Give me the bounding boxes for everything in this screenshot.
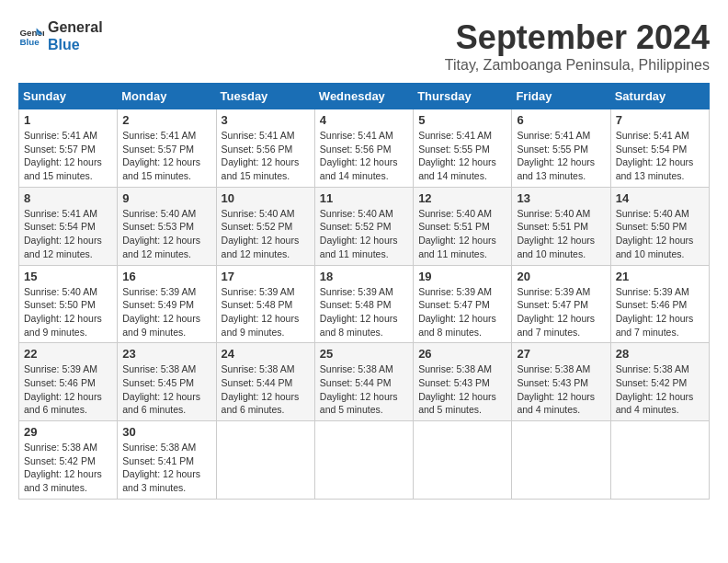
day-detail: Sunrise: 5:41 AMSunset: 5:54 PMDaylight:… bbox=[24, 208, 102, 259]
calendar-cell: 13 Sunrise: 5:40 AMSunset: 5:51 PMDaylig… bbox=[512, 187, 610, 265]
logo: General Blue General Blue bbox=[18, 18, 103, 53]
calendar-cell bbox=[610, 421, 709, 500]
calendar-cell: 15 Sunrise: 5:40 AMSunset: 5:50 PMDaylig… bbox=[19, 265, 118, 343]
day-detail: Sunrise: 5:41 AMSunset: 5:55 PMDaylight:… bbox=[418, 130, 496, 181]
calendar-cell: 19 Sunrise: 5:39 AMSunset: 5:47 PMDaylig… bbox=[414, 265, 512, 343]
day-detail: Sunrise: 5:40 AMSunset: 5:50 PMDaylight:… bbox=[616, 208, 694, 259]
calendar-cell: 6 Sunrise: 5:41 AMSunset: 5:55 PMDayligh… bbox=[512, 109, 610, 188]
calendar-cell bbox=[314, 421, 413, 500]
day-number: 21 bbox=[616, 270, 704, 283]
day-detail: Sunrise: 5:38 AMSunset: 5:44 PMDaylight:… bbox=[320, 363, 398, 415]
weekday-header-friday: Friday bbox=[512, 84, 610, 109]
calendar-week-1: 1 Sunrise: 5:41 AMSunset: 5:57 PMDayligh… bbox=[19, 109, 710, 188]
calendar-cell: 29 Sunrise: 5:38 AMSunset: 5:42 PMDaylig… bbox=[19, 421, 118, 500]
calendar-cell: 11 Sunrise: 5:40 AMSunset: 5:52 PMDaylig… bbox=[314, 187, 413, 265]
day-detail: Sunrise: 5:39 AMSunset: 5:46 PMDaylight:… bbox=[24, 363, 102, 415]
day-detail: Sunrise: 5:41 AMSunset: 5:56 PMDaylight:… bbox=[320, 130, 398, 181]
calendar-cell: 26 Sunrise: 5:38 AMSunset: 5:43 PMDaylig… bbox=[414, 343, 512, 421]
calendar-cell: 22 Sunrise: 5:39 AMSunset: 5:46 PMDaylig… bbox=[19, 343, 118, 421]
day-number: 24 bbox=[222, 347, 310, 361]
day-detail: Sunrise: 5:39 AMSunset: 5:48 PMDaylight:… bbox=[320, 286, 398, 338]
weekday-header-sunday: Sunday bbox=[19, 84, 118, 109]
calendar-week-5: 29 Sunrise: 5:38 AMSunset: 5:42 PMDaylig… bbox=[19, 421, 710, 500]
weekday-header-saturday: Saturday bbox=[610, 84, 709, 109]
day-number: 11 bbox=[320, 191, 408, 205]
day-number: 4 bbox=[320, 113, 408, 127]
day-detail: Sunrise: 5:39 AMSunset: 5:47 PMDaylight:… bbox=[418, 286, 496, 338]
day-number: 26 bbox=[418, 347, 506, 361]
calendar-week-2: 8 Sunrise: 5:41 AMSunset: 5:54 PMDayligh… bbox=[19, 187, 710, 265]
day-detail: Sunrise: 5:38 AMSunset: 5:43 PMDaylight:… bbox=[517, 363, 595, 415]
day-number: 25 bbox=[320, 347, 408, 361]
day-detail: Sunrise: 5:41 AMSunset: 5:55 PMDaylight:… bbox=[517, 130, 595, 181]
weekday-header-wednesday: Wednesday bbox=[314, 84, 413, 109]
day-detail: Sunrise: 5:38 AMSunset: 5:42 PMDaylight:… bbox=[616, 363, 694, 415]
day-number: 14 bbox=[616, 191, 704, 205]
day-detail: Sunrise: 5:39 AMSunset: 5:48 PMDaylight:… bbox=[222, 286, 300, 338]
day-number: 27 bbox=[517, 347, 605, 361]
day-number: 6 bbox=[517, 113, 605, 127]
day-detail: Sunrise: 5:41 AMSunset: 5:57 PMDaylight:… bbox=[24, 130, 102, 181]
day-number: 16 bbox=[122, 270, 210, 283]
day-detail: Sunrise: 5:38 AMSunset: 5:44 PMDaylight:… bbox=[222, 363, 300, 415]
day-detail: Sunrise: 5:41 AMSunset: 5:54 PMDaylight:… bbox=[616, 130, 694, 181]
weekday-header-tuesday: Tuesday bbox=[216, 84, 314, 109]
month-title: September 2024 bbox=[445, 18, 710, 57]
day-detail: Sunrise: 5:39 AMSunset: 5:49 PMDaylight:… bbox=[122, 286, 200, 338]
day-number: 18 bbox=[320, 270, 408, 283]
day-number: 2 bbox=[122, 113, 210, 127]
calendar-cell: 28 Sunrise: 5:38 AMSunset: 5:42 PMDaylig… bbox=[610, 343, 709, 421]
day-number: 23 bbox=[122, 347, 210, 361]
day-detail: Sunrise: 5:40 AMSunset: 5:50 PMDaylight:… bbox=[24, 286, 102, 338]
calendar-cell bbox=[216, 421, 314, 500]
calendar-cell: 5 Sunrise: 5:41 AMSunset: 5:55 PMDayligh… bbox=[414, 109, 512, 188]
calendar-cell: 23 Sunrise: 5:38 AMSunset: 5:45 PMDaylig… bbox=[118, 343, 216, 421]
day-number: 3 bbox=[222, 113, 310, 127]
day-detail: Sunrise: 5:38 AMSunset: 5:43 PMDaylight:… bbox=[418, 363, 496, 415]
calendar-table: SundayMondayTuesdayWednesdayThursdayFrid… bbox=[18, 83, 710, 500]
calendar-cell: 17 Sunrise: 5:39 AMSunset: 5:48 PMDaylig… bbox=[216, 265, 314, 343]
calendar-cell: 9 Sunrise: 5:40 AMSunset: 5:53 PMDayligh… bbox=[118, 187, 216, 265]
calendar-week-4: 22 Sunrise: 5:39 AMSunset: 5:46 PMDaylig… bbox=[19, 343, 710, 421]
day-number: 30 bbox=[122, 425, 210, 439]
calendar-cell: 25 Sunrise: 5:38 AMSunset: 5:44 PMDaylig… bbox=[314, 343, 413, 421]
calendar-cell: 20 Sunrise: 5:39 AMSunset: 5:47 PMDaylig… bbox=[512, 265, 610, 343]
logo-icon: General Blue bbox=[18, 23, 44, 49]
day-number: 1 bbox=[24, 113, 112, 127]
location-title: Titay, Zamboanga Peninsula, Philippines bbox=[445, 57, 710, 74]
day-number: 9 bbox=[122, 191, 210, 205]
day-detail: Sunrise: 5:41 AMSunset: 5:57 PMDaylight:… bbox=[122, 130, 200, 181]
calendar-cell: 16 Sunrise: 5:39 AMSunset: 5:49 PMDaylig… bbox=[118, 265, 216, 343]
svg-text:Blue: Blue bbox=[19, 37, 40, 47]
calendar-cell: 12 Sunrise: 5:40 AMSunset: 5:51 PMDaylig… bbox=[414, 187, 512, 265]
weekday-header-thursday: Thursday bbox=[414, 84, 512, 109]
day-detail: Sunrise: 5:40 AMSunset: 5:52 PMDaylight:… bbox=[320, 208, 398, 259]
day-number: 28 bbox=[616, 347, 704, 361]
day-detail: Sunrise: 5:39 AMSunset: 5:46 PMDaylight:… bbox=[616, 286, 694, 338]
calendar-cell: 14 Sunrise: 5:40 AMSunset: 5:50 PMDaylig… bbox=[610, 187, 709, 265]
calendar-cell: 3 Sunrise: 5:41 AMSunset: 5:56 PMDayligh… bbox=[216, 109, 314, 188]
day-detail: Sunrise: 5:39 AMSunset: 5:47 PMDaylight:… bbox=[517, 286, 595, 338]
day-detail: Sunrise: 5:41 AMSunset: 5:56 PMDaylight:… bbox=[222, 130, 300, 181]
calendar-cell: 18 Sunrise: 5:39 AMSunset: 5:48 PMDaylig… bbox=[314, 265, 413, 343]
weekday-header-row: SundayMondayTuesdayWednesdayThursdayFrid… bbox=[19, 84, 710, 109]
calendar-cell: 8 Sunrise: 5:41 AMSunset: 5:54 PMDayligh… bbox=[19, 187, 118, 265]
calendar-cell: 10 Sunrise: 5:40 AMSunset: 5:52 PMDaylig… bbox=[216, 187, 314, 265]
logo-text: General Blue bbox=[48, 18, 103, 53]
day-number: 19 bbox=[418, 270, 506, 283]
day-number: 10 bbox=[222, 191, 310, 205]
day-number: 7 bbox=[616, 113, 704, 127]
day-number: 17 bbox=[222, 270, 310, 283]
calendar-cell: 1 Sunrise: 5:41 AMSunset: 5:57 PMDayligh… bbox=[19, 109, 118, 188]
calendar-cell: 21 Sunrise: 5:39 AMSunset: 5:46 PMDaylig… bbox=[610, 265, 709, 343]
day-number: 20 bbox=[517, 270, 605, 283]
calendar-cell: 4 Sunrise: 5:41 AMSunset: 5:56 PMDayligh… bbox=[314, 109, 413, 188]
day-number: 22 bbox=[24, 347, 112, 361]
day-number: 8 bbox=[24, 191, 112, 205]
calendar-cell bbox=[414, 421, 512, 500]
calendar-cell: 24 Sunrise: 5:38 AMSunset: 5:44 PMDaylig… bbox=[216, 343, 314, 421]
title-area: September 2024 Titay, Zamboanga Peninsul… bbox=[445, 18, 710, 74]
day-number: 15 bbox=[24, 270, 112, 283]
day-number: 29 bbox=[24, 425, 112, 439]
calendar-week-3: 15 Sunrise: 5:40 AMSunset: 5:50 PMDaylig… bbox=[19, 265, 710, 343]
